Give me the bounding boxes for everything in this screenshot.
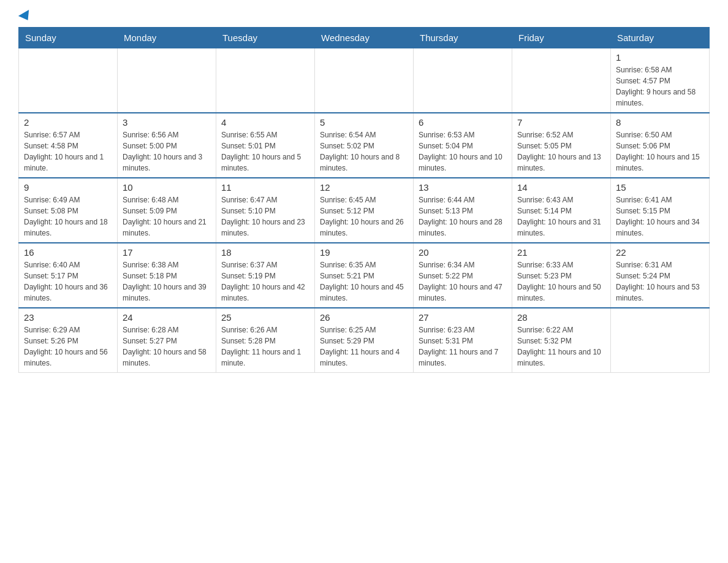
calendar-cell: 3Sunrise: 6:56 AMSunset: 5:00 PMDaylight… bbox=[118, 113, 216, 178]
day-number: 21 bbox=[517, 247, 605, 258]
day-info: Sunrise: 6:31 AMSunset: 5:24 PMDaylight:… bbox=[616, 259, 704, 304]
day-info: Sunrise: 6:29 AMSunset: 5:26 PMDaylight:… bbox=[24, 324, 112, 369]
day-info: Sunrise: 6:34 AMSunset: 5:22 PMDaylight:… bbox=[419, 259, 507, 304]
day-number: 10 bbox=[123, 182, 211, 193]
day-number: 9 bbox=[24, 182, 112, 193]
calendar-cell bbox=[216, 48, 315, 113]
day-number: 1 bbox=[616, 52, 704, 63]
calendar-cell: 22Sunrise: 6:31 AMSunset: 5:24 PMDayligh… bbox=[611, 243, 710, 308]
calendar-cell bbox=[414, 48, 512, 113]
day-number: 22 bbox=[616, 247, 704, 258]
day-number: 8 bbox=[616, 117, 704, 128]
day-info: Sunrise: 6:54 AMSunset: 5:02 PMDaylight:… bbox=[320, 129, 408, 174]
calendar-cell bbox=[512, 48, 611, 113]
day-info: Sunrise: 6:44 AMSunset: 5:13 PMDaylight:… bbox=[419, 194, 507, 239]
calendar-table: SundayMondayTuesdayWednesdayThursdayFrid… bbox=[18, 27, 710, 373]
day-info: Sunrise: 6:25 AMSunset: 5:29 PMDaylight:… bbox=[320, 324, 408, 369]
calendar-cell: 18Sunrise: 6:37 AMSunset: 5:19 PMDayligh… bbox=[216, 243, 315, 308]
day-header-monday: Monday bbox=[118, 28, 216, 48]
day-number: 17 bbox=[123, 247, 211, 258]
calendar-cell bbox=[19, 48, 118, 113]
day-info: Sunrise: 6:23 AMSunset: 5:31 PMDaylight:… bbox=[419, 324, 507, 369]
day-info: Sunrise: 6:53 AMSunset: 5:04 PMDaylight:… bbox=[419, 129, 507, 174]
calendar-cell: 19Sunrise: 6:35 AMSunset: 5:21 PMDayligh… bbox=[315, 243, 414, 308]
day-number: 6 bbox=[419, 117, 507, 128]
calendar-cell bbox=[118, 48, 216, 113]
day-info: Sunrise: 6:56 AMSunset: 5:00 PMDaylight:… bbox=[123, 129, 211, 174]
day-number: 19 bbox=[320, 247, 408, 258]
calendar-cell bbox=[315, 48, 414, 113]
calendar-cell: 25Sunrise: 6:26 AMSunset: 5:28 PMDayligh… bbox=[216, 308, 315, 373]
day-info: Sunrise: 6:33 AMSunset: 5:23 PMDaylight:… bbox=[517, 259, 605, 304]
day-number: 12 bbox=[320, 182, 408, 193]
calendar-week-row: 2Sunrise: 6:57 AMSunset: 4:58 PMDaylight… bbox=[19, 113, 710, 178]
day-number: 26 bbox=[320, 312, 408, 323]
day-info: Sunrise: 6:45 AMSunset: 5:12 PMDaylight:… bbox=[320, 194, 408, 239]
calendar-week-row: 9Sunrise: 6:49 AMSunset: 5:08 PMDaylight… bbox=[19, 178, 710, 243]
day-header-tuesday: Tuesday bbox=[216, 28, 315, 48]
calendar-cell: 23Sunrise: 6:29 AMSunset: 5:26 PMDayligh… bbox=[19, 308, 118, 373]
day-info: Sunrise: 6:35 AMSunset: 5:21 PMDaylight:… bbox=[320, 259, 408, 304]
day-number: 28 bbox=[517, 312, 605, 323]
day-info: Sunrise: 6:55 AMSunset: 5:01 PMDaylight:… bbox=[221, 129, 309, 174]
calendar-cell: 10Sunrise: 6:48 AMSunset: 5:09 PMDayligh… bbox=[118, 178, 216, 243]
day-header-thursday: Thursday bbox=[414, 28, 512, 48]
day-info: Sunrise: 6:50 AMSunset: 5:06 PMDaylight:… bbox=[616, 129, 704, 174]
calendar-cell: 27Sunrise: 6:23 AMSunset: 5:31 PMDayligh… bbox=[414, 308, 512, 373]
day-info: Sunrise: 6:57 AMSunset: 4:58 PMDaylight:… bbox=[24, 129, 112, 174]
day-info: Sunrise: 6:52 AMSunset: 5:05 PMDaylight:… bbox=[517, 129, 605, 174]
day-info: Sunrise: 6:28 AMSunset: 5:27 PMDaylight:… bbox=[123, 324, 211, 369]
calendar-cell: 14Sunrise: 6:43 AMSunset: 5:14 PMDayligh… bbox=[512, 178, 611, 243]
calendar-cell: 9Sunrise: 6:49 AMSunset: 5:08 PMDaylight… bbox=[19, 178, 118, 243]
calendar-cell: 28Sunrise: 6:22 AMSunset: 5:32 PMDayligh… bbox=[512, 308, 611, 373]
calendar-cell: 11Sunrise: 6:47 AMSunset: 5:10 PMDayligh… bbox=[216, 178, 315, 243]
day-info: Sunrise: 6:58 AMSunset: 4:57 PMDaylight:… bbox=[616, 64, 704, 109]
logo-arrow-icon bbox=[18, 10, 33, 23]
calendar-cell: 26Sunrise: 6:25 AMSunset: 5:29 PMDayligh… bbox=[315, 308, 414, 373]
day-info: Sunrise: 6:37 AMSunset: 5:19 PMDaylight:… bbox=[221, 259, 309, 304]
day-header-friday: Friday bbox=[512, 28, 611, 48]
day-number: 27 bbox=[419, 312, 507, 323]
day-info: Sunrise: 6:41 AMSunset: 5:15 PMDaylight:… bbox=[616, 194, 704, 239]
day-header-saturday: Saturday bbox=[611, 28, 710, 48]
calendar-cell: 16Sunrise: 6:40 AMSunset: 5:17 PMDayligh… bbox=[19, 243, 118, 308]
day-info: Sunrise: 6:40 AMSunset: 5:17 PMDaylight:… bbox=[24, 259, 112, 304]
day-number: 3 bbox=[123, 117, 211, 128]
day-info: Sunrise: 6:49 AMSunset: 5:08 PMDaylight:… bbox=[24, 194, 112, 239]
day-info: Sunrise: 6:26 AMSunset: 5:28 PMDaylight:… bbox=[221, 324, 309, 369]
day-number: 25 bbox=[221, 312, 309, 323]
calendar-cell: 7Sunrise: 6:52 AMSunset: 5:05 PMDaylight… bbox=[512, 113, 611, 178]
day-number: 15 bbox=[616, 182, 704, 193]
calendar-cell: 2Sunrise: 6:57 AMSunset: 4:58 PMDaylight… bbox=[19, 113, 118, 178]
day-number: 24 bbox=[123, 312, 211, 323]
calendar-cell: 6Sunrise: 6:53 AMSunset: 5:04 PMDaylight… bbox=[414, 113, 512, 178]
day-number: 2 bbox=[24, 117, 112, 128]
calendar-cell: 13Sunrise: 6:44 AMSunset: 5:13 PMDayligh… bbox=[414, 178, 512, 243]
day-number: 23 bbox=[24, 312, 112, 323]
calendar-cell: 5Sunrise: 6:54 AMSunset: 5:02 PMDaylight… bbox=[315, 113, 414, 178]
day-header-wednesday: Wednesday bbox=[315, 28, 414, 48]
calendar-week-row: 16Sunrise: 6:40 AMSunset: 5:17 PMDayligh… bbox=[19, 243, 710, 308]
calendar-cell: 24Sunrise: 6:28 AMSunset: 5:27 PMDayligh… bbox=[118, 308, 216, 373]
day-number: 11 bbox=[221, 182, 309, 193]
calendar-cell: 21Sunrise: 6:33 AMSunset: 5:23 PMDayligh… bbox=[512, 243, 611, 308]
calendar-week-row: 1Sunrise: 6:58 AMSunset: 4:57 PMDaylight… bbox=[19, 48, 710, 113]
day-number: 20 bbox=[419, 247, 507, 258]
day-number: 16 bbox=[24, 247, 112, 258]
page-header bbox=[18, 12, 710, 21]
calendar-cell: 20Sunrise: 6:34 AMSunset: 5:22 PMDayligh… bbox=[414, 243, 512, 308]
day-number: 5 bbox=[320, 117, 408, 128]
day-info: Sunrise: 6:47 AMSunset: 5:10 PMDaylight:… bbox=[221, 194, 309, 239]
day-header-sunday: Sunday bbox=[19, 28, 118, 48]
day-info: Sunrise: 6:43 AMSunset: 5:14 PMDaylight:… bbox=[517, 194, 605, 239]
day-info: Sunrise: 6:48 AMSunset: 5:09 PMDaylight:… bbox=[123, 194, 211, 239]
day-number: 4 bbox=[221, 117, 309, 128]
calendar-cell: 17Sunrise: 6:38 AMSunset: 5:18 PMDayligh… bbox=[118, 243, 216, 308]
day-info: Sunrise: 6:22 AMSunset: 5:32 PMDaylight:… bbox=[517, 324, 605, 369]
day-info: Sunrise: 6:38 AMSunset: 5:18 PMDaylight:… bbox=[123, 259, 211, 304]
calendar-cell: 1Sunrise: 6:58 AMSunset: 4:57 PMDaylight… bbox=[611, 48, 710, 113]
logo bbox=[18, 12, 32, 21]
calendar-cell: 4Sunrise: 6:55 AMSunset: 5:01 PMDaylight… bbox=[216, 113, 315, 178]
day-number: 14 bbox=[517, 182, 605, 193]
calendar-cell: 12Sunrise: 6:45 AMSunset: 5:12 PMDayligh… bbox=[315, 178, 414, 243]
